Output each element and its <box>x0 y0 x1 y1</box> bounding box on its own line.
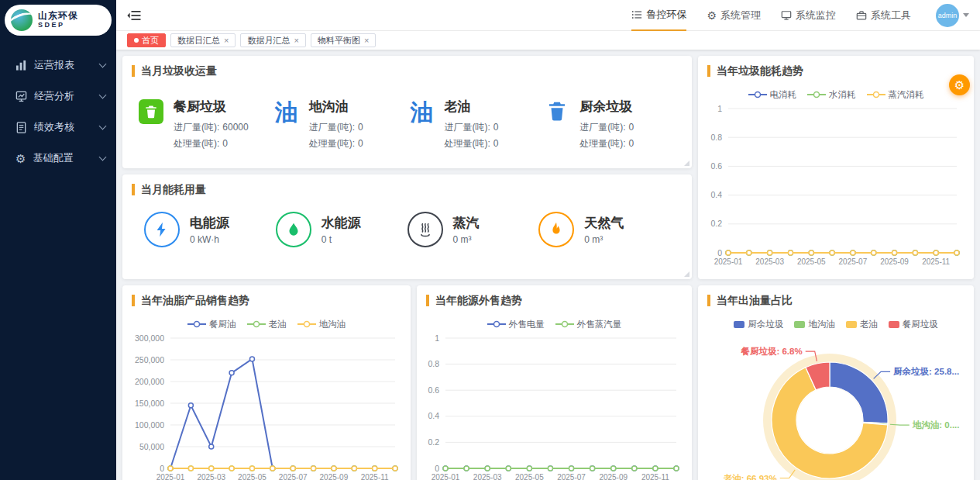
resize-handle-icon[interactable] <box>684 161 689 166</box>
close-icon[interactable]: × <box>224 36 229 45</box>
tab-label: 数据日汇总 <box>177 36 220 45</box>
energy-item-value: 0 m³ <box>453 234 480 245</box>
gear-icon: ⚙ <box>954 78 965 92</box>
oil-sales-chart[interactable]: 050,000100,000150,000200,000250,000300,0… <box>127 332 406 480</box>
tab-monthly-summary[interactable]: 数据月汇总 × <box>240 33 305 47</box>
chart-settings-button[interactable]: ⚙ <box>949 74 970 95</box>
topnav-item-system-monitor[interactable]: 系统监控 <box>781 0 836 31</box>
legend-item[interactable]: 水消耗 <box>807 88 856 101</box>
legend-item[interactable]: 地沟油 <box>297 318 346 330</box>
resize-handle-icon[interactable] <box>684 271 689 277</box>
legend-line-marker <box>487 320 506 328</box>
legend-item[interactable]: 地沟油 <box>794 318 835 330</box>
topbar-nav: 鲁控环保 ⚙ 系统管理 系统监控 系统工具 admin <box>631 0 969 31</box>
svg-text:0.6: 0.6 <box>428 385 439 395</box>
app-root: 山东环保 SDEP 运营报表 经营分析 绩效考核 ⚙ 基础配置 <box>0 0 980 480</box>
legend-item[interactable]: 电消耗 <box>748 88 797 101</box>
brand-logo[interactable]: 山东环保 SDEP <box>5 5 112 36</box>
document-icon <box>15 122 27 133</box>
sidebar-collapse-button[interactable] <box>127 10 141 21</box>
energy-item-steam: 蒸汽 0 m³ <box>407 212 539 247</box>
hamburger-fold-icon <box>127 10 141 21</box>
svg-text:老油: 66.93%: 老油: 66.93% <box>723 474 777 480</box>
svg-text:0.2: 0.2 <box>428 437 439 447</box>
card-title: 当年能源外售趋势 <box>426 295 522 306</box>
topnav-item-system-tools[interactable]: 系统工具 <box>856 0 911 31</box>
legend-label: 电消耗 <box>770 88 797 101</box>
legend-item[interactable]: 老油 <box>247 318 287 330</box>
oil-character-icon: 油 <box>411 99 434 126</box>
energy-trend-chart[interactable]: 00.20.40.60.812025-012025-032025-052025-… <box>704 102 968 271</box>
legend-item[interactable]: 老油 <box>846 318 878 330</box>
sidebar: 山东环保 SDEP 运营报表 经营分析 绩效考核 ⚙ 基础配置 <box>0 0 116 480</box>
svg-text:2025-07: 2025-07 <box>279 473 308 480</box>
sidebar-item-basic-config[interactable]: ⚙ 基础配置 <box>0 143 116 174</box>
svg-text:餐厨垃圾: 6.8%: 餐厨垃圾: 6.8% <box>740 347 802 356</box>
sidebar-item-label: 基础配置 <box>33 151 93 165</box>
svg-text:0: 0 <box>717 248 722 257</box>
legend-item[interactable]: 餐厨垃圾 <box>889 318 938 330</box>
close-icon[interactable]: × <box>294 36 298 45</box>
legend-item[interactable]: 蒸汽消耗 <box>867 88 924 101</box>
waste-item-name: 老油 <box>445 98 499 116</box>
legend-label: 外售蒸汽量 <box>577 318 622 330</box>
legend-item[interactable]: 厨余垃圾 <box>734 318 783 330</box>
svg-text:2025-11: 2025-11 <box>922 257 950 266</box>
svg-text:厨余垃圾: 25.8...: 厨余垃圾: 25.8... <box>892 367 959 376</box>
energy-item-name: 电能源 <box>190 214 229 232</box>
sidebar-item-business-analysis[interactable]: 经营分析 <box>0 81 116 112</box>
brand-globe-icon <box>11 9 33 31</box>
chevron-down-icon <box>99 60 107 67</box>
topbar: 鲁控环保 ⚙ 系统管理 系统监控 系统工具 admin <box>116 0 980 31</box>
topnav-item-lukong[interactable]: 鲁控环保 <box>631 0 686 31</box>
waste-in-row: 进厂量(吨):0 <box>445 119 499 136</box>
user-menu[interactable]: admin <box>936 4 969 27</box>
chart-legend: 电消耗水消耗蒸汽消耗 <box>698 82 974 102</box>
card-title: 当年油脂产品销售趋势 <box>132 295 249 306</box>
energy-item-value: 0 kW·h <box>190 234 229 245</box>
topnav-label: 系统工具 <box>871 9 911 22</box>
topnav-item-system-management[interactable]: ⚙ 系统管理 <box>707 0 761 31</box>
legend-swatch <box>846 321 857 328</box>
tab-material-balance[interactable]: 物料平衡图 × <box>311 33 376 47</box>
card-energy-usage: 当月能耗用量 电能源 0 kW·h <box>122 174 692 279</box>
svg-text:0.6: 0.6 <box>710 161 722 171</box>
oil-character-icon: 油 <box>275 99 298 126</box>
waste-item-name: 地沟油 <box>309 98 363 116</box>
energy-sales-chart[interactable]: 00.20.40.60.812025-012025-032025-052025-… <box>421 332 687 480</box>
svg-text:0.2: 0.2 <box>710 219 722 228</box>
svg-text:2025-01: 2025-01 <box>714 257 743 266</box>
legend-label: 老油 <box>269 318 287 330</box>
legend-item[interactable]: 外售电量 <box>487 318 545 330</box>
tab-home[interactable]: 首页 <box>127 33 166 47</box>
sidebar-item-label: 经营分析 <box>34 89 93 103</box>
topnav-label: 系统管理 <box>720 9 761 22</box>
gear-icon: ⚙ <box>707 10 717 21</box>
legend-swatch <box>889 321 899 328</box>
energy-item-value: 0 m³ <box>584 234 624 245</box>
sidebar-item-operation-reports[interactable]: 运营报表 <box>0 50 116 81</box>
energy-items: 电能源 0 kW·h 水能源 0 t <box>122 201 692 247</box>
svg-text:2025-03: 2025-03 <box>197 473 225 480</box>
svg-text:2025-11: 2025-11 <box>361 473 389 480</box>
close-icon[interactable]: × <box>364 36 369 45</box>
svg-text:0: 0 <box>160 464 164 473</box>
oil-ratio-donut-chart[interactable]: 厨余垃圾: 25.8...地沟油: 0....老油: 66.93%餐厨垃圾: 6… <box>698 332 974 480</box>
waste-proc-row: 处理量(吨):0 <box>579 136 634 152</box>
water-drop-icon <box>285 221 302 238</box>
chevron-down-icon <box>99 122 107 129</box>
legend-line-marker <box>247 320 266 328</box>
waste-item-kitchen-waste: 餐厨垃圾 进厂量(吨):60000 处理量(吨):0 <box>136 90 272 152</box>
analysis-icon <box>15 91 27 102</box>
brand-subtitle: SDEP <box>38 22 78 29</box>
tab-daily-summary[interactable]: 数据日汇总 × <box>170 33 236 47</box>
energy-item-electric: 电能源 0 kW·h <box>144 212 276 247</box>
sidebar-item-performance-review[interactable]: 绩效考核 <box>0 112 116 143</box>
legend-item[interactable]: 餐厨油 <box>187 318 236 330</box>
legend-line-marker <box>867 91 885 98</box>
legend-item[interactable]: 外售蒸汽量 <box>555 318 622 330</box>
svg-text:0: 0 <box>435 464 439 473</box>
svg-text:0.8: 0.8 <box>428 359 439 368</box>
toolbox-icon <box>856 10 867 21</box>
legend-label: 餐厨垃圾 <box>903 318 938 330</box>
